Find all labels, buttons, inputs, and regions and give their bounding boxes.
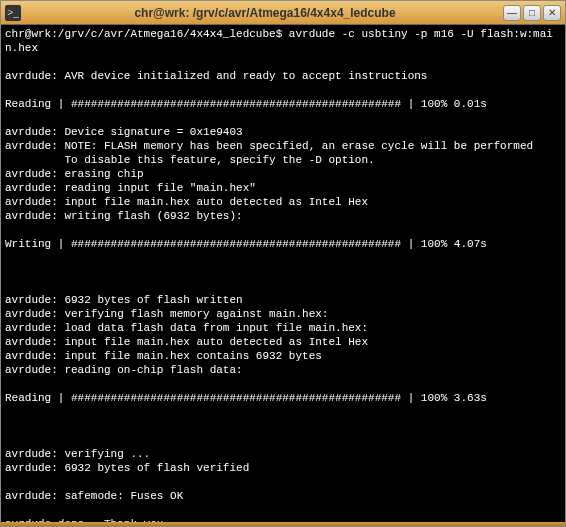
terminal-line: avrdude: NOTE: FLASH memory has been spe… — [5, 139, 561, 153]
terminal-line: avrdude: safemode: Fuses OK — [5, 489, 561, 503]
window-controls: — □ ✕ — [503, 5, 561, 21]
terminal-line: avrdude: reading on-chip flash data: — [5, 363, 561, 377]
terminal-line: To disable this feature, specify the -D … — [5, 153, 561, 167]
terminal-line: avrdude: load data flash data from input… — [5, 321, 561, 335]
terminal-line: avrdude: AVR device initialized and read… — [5, 69, 561, 83]
terminal-line — [5, 377, 561, 391]
terminal-line — [5, 223, 561, 237]
terminal-line: avrdude: verifying flash memory against … — [5, 307, 561, 321]
maximize-button[interactable]: □ — [523, 5, 541, 21]
terminal-line: avrdude: Device signature = 0x1e9403 — [5, 125, 561, 139]
terminal-line: chr@wrk:/grv/c/avr/Atmega16/4x4x4_ledcub… — [5, 27, 561, 55]
terminal-line: avrdude: 6932 bytes of flash written — [5, 293, 561, 307]
close-button[interactable]: ✕ — [543, 5, 561, 21]
terminal-line: Reading | ##############################… — [5, 391, 561, 405]
terminal-line — [5, 503, 561, 517]
terminal-line — [5, 475, 561, 489]
terminal-line: avrdude: reading input file "main.hex" — [5, 181, 561, 195]
terminal-line: avrdude: verifying ... — [5, 447, 561, 461]
terminal-line: avrdude: input file main.hex auto detect… — [5, 335, 561, 349]
bottom-border — [1, 522, 565, 526]
terminal-line: avrdude: erasing chip — [5, 167, 561, 181]
terminal-line — [5, 265, 561, 279]
terminal-line — [5, 419, 561, 433]
terminal-output[interactable]: chr@wrk:/grv/c/avr/Atmega16/4x4x4_ledcub… — [1, 25, 565, 522]
window-title: chr@wrk: /grv/c/avr/Atmega16/4x4x4_ledcu… — [27, 6, 503, 20]
terminal-line — [5, 279, 561, 293]
terminal-line: Reading | ##############################… — [5, 97, 561, 111]
minimize-button[interactable]: — — [503, 5, 521, 21]
terminal-line — [5, 251, 561, 265]
terminal-line — [5, 83, 561, 97]
terminal-line — [5, 405, 561, 419]
terminal-line: Writing | ##############################… — [5, 237, 561, 251]
terminal-line — [5, 111, 561, 125]
terminal-line — [5, 55, 561, 69]
terminal-line: avrdude: input file main.hex contains 69… — [5, 349, 561, 363]
terminal-line: avrdude: writing flash (6932 bytes): — [5, 209, 561, 223]
terminal-line: avrdude: input file main.hex auto detect… — [5, 195, 561, 209]
terminal-line: avrdude: 6932 bytes of flash verified — [5, 461, 561, 475]
terminal-line — [5, 433, 561, 447]
terminal-icon: >_ — [5, 5, 21, 21]
terminal-window: >_ chr@wrk: /grv/c/avr/Atmega16/4x4x4_le… — [0, 0, 566, 527]
titlebar[interactable]: >_ chr@wrk: /grv/c/avr/Atmega16/4x4x4_le… — [1, 1, 565, 25]
